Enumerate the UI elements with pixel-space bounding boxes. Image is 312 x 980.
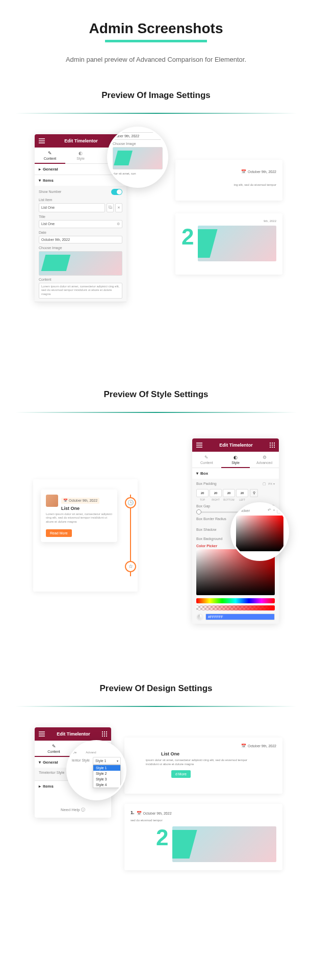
px-unit[interactable]: PX ▾ xyxy=(268,482,275,485)
design-settings-preview: October 9th, 2022 List One ipsum dolor s… xyxy=(15,722,297,886)
hamburger-icon[interactable] xyxy=(39,731,45,737)
content-textarea[interactable]: Lorem ipsum dolor sit amet, consectetur … xyxy=(39,283,122,299)
show-number-toggle[interactable] xyxy=(111,189,122,195)
zoom-image-preview xyxy=(113,147,163,169)
svg-rect-32 xyxy=(106,733,107,734)
image-preview[interactable] xyxy=(39,251,122,276)
section-title-design: Preview Of Design Settings xyxy=(15,683,297,694)
svg-rect-20 xyxy=(274,445,275,446)
box-gap-label: Box Gap xyxy=(196,504,210,508)
hamburger-icon[interactable] xyxy=(39,138,45,143)
copy-icon[interactable]: ⿻ xyxy=(107,203,114,212)
plus-icon[interactable]: + xyxy=(273,508,275,513)
panel-title-2: Edit Timelentor xyxy=(202,443,270,448)
style-option-2[interactable]: Style 2 xyxy=(93,771,120,776)
tab-content-2[interactable]: ✎Content xyxy=(192,452,221,468)
link-icon[interactable]: ⚲ xyxy=(250,489,258,497)
title-field-label: Title xyxy=(39,215,122,218)
zoom-color-area[interactable] xyxy=(236,516,283,551)
read-more-button-3[interactable]: d More xyxy=(171,770,191,778)
tab-content[interactable]: ✎ Content xyxy=(35,148,65,163)
chevron-right-icon: ▸ xyxy=(39,167,41,172)
padding-right[interactable] xyxy=(210,489,222,497)
content-field-label: Content xyxy=(39,278,122,281)
divider xyxy=(15,412,297,413)
tab-advanced-2[interactable]: ⚙Advanced xyxy=(250,452,279,468)
zoom-date: tober 9th, 2022 xyxy=(113,132,163,140)
style-option-4[interactable]: Style 4 xyxy=(93,782,120,788)
preview-card-3: October 9th, 2022 List One ipsum dolor s… xyxy=(124,738,282,794)
big-number-2: 2 xyxy=(181,226,194,261)
panel-header-3: Edit Timelentor xyxy=(35,727,111,741)
hue-slider[interactable] xyxy=(196,598,275,603)
choose-image-label: Choose Image xyxy=(39,246,122,250)
style-select[interactable]: Style 1 ▾ xyxy=(93,757,121,765)
tab-content-3[interactable]: ✎Content xyxy=(35,741,73,756)
svg-rect-34 xyxy=(104,736,105,737)
pencil-icon: ✎ xyxy=(37,744,71,749)
preview-card-2: 9th, 2022 2 xyxy=(175,213,282,275)
border-radius-label: Box Border Radius xyxy=(196,517,226,521)
date-input[interactable]: October 9th, 2022 xyxy=(39,236,122,243)
box-padding-label: Box Padding xyxy=(196,482,217,485)
section-title-style: Preview Of Style Settings xyxy=(15,389,297,400)
grid-icon[interactable] xyxy=(102,731,107,737)
svg-rect-23 xyxy=(274,447,275,448)
show-number-label: Show Number xyxy=(39,190,61,193)
padding-bottom[interactable] xyxy=(223,489,235,497)
svg-rect-18 xyxy=(270,445,271,446)
date-field-label: Date xyxy=(39,231,122,234)
svg-rect-19 xyxy=(272,445,273,446)
date-badge: October 9th, 2022 xyxy=(241,169,276,174)
padding-left[interactable] xyxy=(236,489,248,497)
svg-rect-30 xyxy=(102,733,103,734)
panel-header-2: Edit Timelentor xyxy=(192,438,279,452)
tab-style[interactable]: ◐ Style xyxy=(65,148,96,163)
grid-icon[interactable] xyxy=(270,443,275,448)
help-icon: ⓘ xyxy=(81,807,85,812)
svg-rect-17 xyxy=(274,443,275,444)
hex-row: #FFFFFF xyxy=(196,614,275,621)
list-item-label: List Item xyxy=(39,198,122,202)
style-dropdown[interactable]: Style 1 ▾ Style 1 Style 2 Style 3 Style … xyxy=(93,757,121,765)
preview-card-4: 1. October 9th, 2022 sed do eiusmod temp… xyxy=(124,804,282,870)
card-lorem-4: sed do eiusmod tempor xyxy=(131,818,276,822)
date-badge-3: October 9th, 2022 xyxy=(241,744,276,748)
undo-icon[interactable]: ↶ xyxy=(268,508,271,513)
svg-rect-28 xyxy=(104,731,105,732)
timeline-dot-star: ☆ xyxy=(125,561,136,572)
chevron-down-icon: ▾ xyxy=(39,178,41,183)
device-icon[interactable]: ▢ xyxy=(263,482,266,486)
zoom-callout-dropdown: tyle Advand lentor Style Style 1 ▾ Style… xyxy=(66,740,126,800)
svg-rect-31 xyxy=(104,733,105,734)
section-box[interactable]: ▾ Box xyxy=(192,468,279,479)
big-number-2b: 2 xyxy=(156,826,168,862)
svg-rect-16 xyxy=(272,443,273,444)
hex-input[interactable]: #FFFFFF xyxy=(205,614,275,620)
timeline-lorem: Lorem ipsum dolor sit amet, consectetur … xyxy=(46,512,112,524)
card-image-4 xyxy=(172,826,276,862)
need-help[interactable]: Need Help ⓘ xyxy=(35,802,111,818)
pencil-icon[interactable]: ✎ xyxy=(277,508,283,513)
alpha-slider[interactable] xyxy=(196,605,275,610)
zoom-advanced-label: Advand xyxy=(86,751,96,754)
padding-top[interactable] xyxy=(196,489,209,497)
zoom-style-label: tyle xyxy=(72,751,76,754)
style-option-3[interactable]: Style 3 xyxy=(93,776,120,782)
style-option-1[interactable]: Style 1 xyxy=(93,765,120,771)
timelentor-style-label: Timelentor Style xyxy=(39,771,64,774)
hamburger-icon[interactable] xyxy=(196,443,202,448)
pencil-icon: ✎ xyxy=(37,151,63,156)
title-input[interactable]: List One ⚙ xyxy=(39,220,122,228)
zoom-lorem: olor sit amet, con xyxy=(113,172,163,176)
panel-title: Edit Timelentor xyxy=(45,138,117,143)
preview-card-1: October 9th, 2022 ing elit, sed do eiusm… xyxy=(175,160,282,201)
globe-icon[interactable]: ⚙ xyxy=(117,222,120,226)
zoom-callout-color: r Picker ↶ + ✎ xyxy=(230,502,289,561)
close-icon[interactable]: ✕ xyxy=(115,203,122,212)
read-more-button[interactable]: Read More xyxy=(46,529,72,537)
eyedropper-icon[interactable] xyxy=(196,614,203,621)
star-icon: ☆ xyxy=(128,564,133,569)
list-item-input[interactable]: List One xyxy=(39,203,105,212)
tab-style-2[interactable]: ◐Style xyxy=(221,452,250,468)
